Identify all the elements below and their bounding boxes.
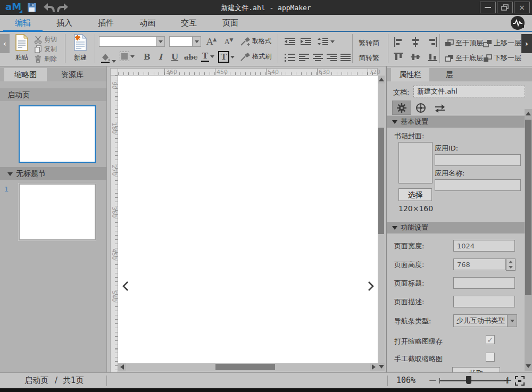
format-painter-button[interactable]: 格式刷 xyxy=(240,52,271,61)
book-cover-preview[interactable] xyxy=(398,142,433,184)
bullet-list-button[interactable] xyxy=(284,53,296,64)
border-color-button[interactable] xyxy=(120,52,135,61)
indent-increase-button[interactable] xyxy=(300,37,312,48)
canvas-horizontal-scrollbar[interactable] xyxy=(118,363,378,371)
tab-animation[interactable]: 动画 xyxy=(127,15,168,31)
canvas-page[interactable] xyxy=(118,76,378,363)
font-size-select[interactable] xyxy=(169,36,201,47)
align-objects-vcenter-button[interactable] xyxy=(411,52,420,64)
basic-settings-header[interactable]: 基本设置 xyxy=(387,116,526,128)
tab-thumbnails[interactable]: 缩略图 xyxy=(4,68,47,81)
zoom-slider-thumb[interactable] xyxy=(466,376,471,384)
scroll-up-button[interactable] xyxy=(378,76,385,84)
italic-button[interactable]: I xyxy=(159,52,162,62)
previous-page-arrow[interactable] xyxy=(122,281,130,293)
tab-layers[interactable]: 层 xyxy=(434,68,466,81)
tab-interaction[interactable]: 交互 xyxy=(168,15,210,31)
toolbar-scroll-right-button[interactable]: › xyxy=(521,34,532,53)
copy-button[interactable]: 复制 xyxy=(34,45,57,54)
scroll-down-button[interactable] xyxy=(378,363,385,371)
choose-cover-button[interactable]: 选择 xyxy=(398,188,432,201)
traditional-to-simplified-button[interactable]: 繁转简 xyxy=(359,38,379,48)
canvas-vertical-scrollbar[interactable] xyxy=(378,76,385,371)
zoom-in-button[interactable]: + xyxy=(503,373,512,386)
vertical-scroll-thumb[interactable] xyxy=(378,128,384,234)
decrease-font-button[interactable]: A▼ xyxy=(225,37,233,46)
document-name-field[interactable]: 新建文件.ahl xyxy=(413,86,525,97)
text-frame-button[interactable]: T xyxy=(218,51,235,63)
justify-button[interactable] xyxy=(340,53,351,64)
text-color-button[interactable]: T xyxy=(201,51,214,62)
simplified-to-traditional-button[interactable]: 简转繁 xyxy=(359,53,379,63)
panel-scrollbar[interactable] xyxy=(525,109,532,371)
strikethrough-button[interactable]: abc xyxy=(184,53,197,61)
chevron-down-icon[interactable] xyxy=(507,315,517,327)
tab-edit[interactable]: 编辑 xyxy=(2,15,44,31)
close-button[interactable]: × xyxy=(514,2,530,13)
tab-resources[interactable]: 资源库 xyxy=(51,68,94,81)
tab-properties[interactable]: 属性栏 xyxy=(391,68,429,81)
pick-format-button[interactable]: 取格式 xyxy=(240,37,271,46)
line-spacing-button[interactable] xyxy=(317,37,335,46)
page-height-input[interactable] xyxy=(453,258,506,270)
settings-gear-button[interactable] xyxy=(392,101,411,115)
align-objects-hcenter-button[interactable] xyxy=(411,37,420,49)
scroll-up-button[interactable] xyxy=(525,109,532,118)
thumbnail-cache-checkbox[interactable]: ✓ xyxy=(486,335,495,344)
section-header[interactable]: 无标题节 xyxy=(0,167,106,180)
launch-page-thumbnail[interactable] xyxy=(19,105,96,163)
fit-to-screen-button[interactable] xyxy=(515,376,525,388)
zoom-out-button[interactable]: − xyxy=(428,373,437,386)
align-objects-top-button[interactable] xyxy=(394,52,403,64)
send-to-back-button[interactable]: 至于底层 xyxy=(445,53,483,63)
app-id-input[interactable] xyxy=(435,154,521,166)
function-settings-header[interactable]: 功能设置 xyxy=(387,222,526,233)
cut-button[interactable]: 剪切 xyxy=(34,35,57,44)
paste-button[interactable]: 粘贴 xyxy=(12,34,32,64)
page-width-input[interactable] xyxy=(453,240,515,252)
font-family-select[interactable] xyxy=(99,36,165,47)
underline-button[interactable]: U xyxy=(171,52,178,62)
minimize-button[interactable] xyxy=(480,2,496,13)
launch-page-header[interactable]: 启动页 xyxy=(0,88,106,101)
align-objects-right-button[interactable] xyxy=(428,37,437,49)
wheel-settings-button[interactable] xyxy=(411,101,430,115)
align-objects-bottom-button[interactable] xyxy=(428,52,437,64)
zoom-slider[interactable] xyxy=(439,380,506,381)
tab-page[interactable]: 页面 xyxy=(210,15,251,31)
tab-plugin[interactable]: 插件 xyxy=(85,15,127,31)
horizontal-scroll-thumb[interactable] xyxy=(215,364,275,370)
move-down-layer-button[interactable]: 下移一层 xyxy=(483,53,521,63)
align-left-button[interactable] xyxy=(299,53,310,64)
move-up-layer-button[interactable]: 上移一层 xyxy=(483,38,521,48)
swap-arrows-button[interactable] xyxy=(430,101,450,115)
indent-decrease-button[interactable] xyxy=(284,37,296,48)
page-height-stepper[interactable] xyxy=(506,258,516,271)
tab-insert[interactable]: 插入 xyxy=(44,15,85,31)
fill-color-button[interactable] xyxy=(100,52,116,63)
scroll-down-button[interactable] xyxy=(525,362,532,370)
nav-bar-type-select[interactable]: 少儿互动书类型 xyxy=(453,314,517,327)
scroll-right-button[interactable] xyxy=(370,363,378,371)
bold-button[interactable]: B xyxy=(144,52,151,62)
toolbar-scroll-left-button[interactable]: ‹ xyxy=(0,34,10,53)
page-title-input[interactable] xyxy=(453,277,515,289)
restore-button[interactable] xyxy=(497,2,513,13)
delete-button[interactable]: 删除 xyxy=(34,54,57,63)
chevron-down-icon[interactable] xyxy=(192,37,201,46)
increase-font-button[interactable]: A▲ xyxy=(206,36,217,47)
panel-scroll-thumb[interactable] xyxy=(525,120,531,295)
new-button[interactable]: 新建 xyxy=(70,34,90,64)
app-name-input[interactable] xyxy=(435,179,521,191)
align-right-button[interactable] xyxy=(327,53,337,64)
align-center-button[interactable] xyxy=(313,53,323,64)
brand-logo-icon[interactable] xyxy=(511,16,525,30)
page-description-input[interactable] xyxy=(453,296,515,307)
scroll-left-button[interactable] xyxy=(118,363,126,371)
page-1-thumbnail[interactable] xyxy=(19,184,96,240)
bring-to-front-button[interactable]: 至于顶层 xyxy=(445,38,483,48)
left-panel-scrollbar[interactable] xyxy=(106,66,110,372)
align-objects-left-button[interactable] xyxy=(394,37,403,49)
next-page-arrow[interactable] xyxy=(367,281,376,293)
capture-button[interactable]: 截取 xyxy=(452,367,500,372)
